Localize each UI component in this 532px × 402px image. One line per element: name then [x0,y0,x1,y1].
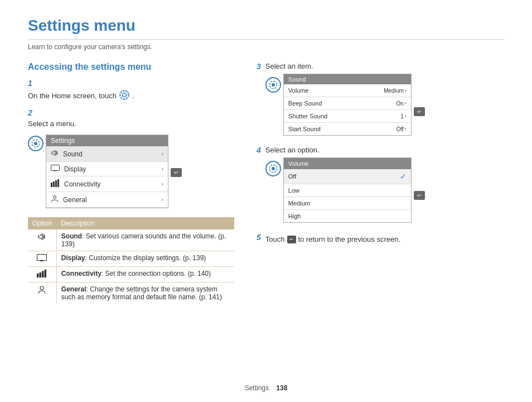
sound-settings-panel: Sound Volume Medium › Beep Sound On › Sh… [283,74,412,136]
volume-medium-item[interactable]: Medium [284,197,411,210]
svg-rect-10 [55,180,57,187]
connectivity-icon [51,179,60,189]
arrow-icon-3: › [162,181,163,187]
volume-medium-label: Medium [288,200,310,207]
display-icon [51,165,60,173]
svg-point-3 [34,142,37,145]
step5-text-before: Touch [265,235,285,243]
info-icon: i [399,160,407,168]
volume-low-label: Low [288,187,299,194]
volume-header-label: Volume [288,160,309,167]
settings-item-connectivity[interactable]: Connectivity › [46,176,168,192]
svg-rect-8 [51,183,52,187]
step1-text: On the Home screen, touch [28,92,117,100]
svg-rect-9 [53,181,55,187]
back-button-left[interactable]: ↩ [171,168,182,177]
settings-display-label: Display [64,165,86,173]
sound-start-item[interactable]: Start Sound Off › [284,123,411,135]
step4-container: 4 Select an option. Volume [257,146,504,223]
shutter-sound-label: Shutter Sound [288,113,327,119]
gear-icon [119,90,129,102]
svg-point-20 [40,286,43,290]
settings-connectivity-label: Connectivity [64,180,100,188]
connectivity-option-desc: Connectivity: Set the connection options… [56,267,234,283]
arrow-icon: › [162,151,163,157]
svg-point-23 [272,167,275,170]
step2-text: Select a menu. [28,119,234,128]
back-button-step4[interactable]: ↩ [414,191,425,200]
table-row: General: Change the settings for the cam… [28,283,234,304]
volume-low-item[interactable]: Low [284,184,411,197]
svg-rect-19 [45,270,47,277]
step3-text: Select an item. [265,62,504,70]
volume-panel-header: Volume i [284,158,411,169]
connectivity-option-icon [28,267,56,283]
svg-rect-18 [42,271,44,278]
svg-rect-14 [37,255,47,261]
sound-option-icon [28,229,56,251]
arrow-icon-2: › [162,166,163,172]
settings-item-general[interactable]: General › [46,192,168,208]
option-table: Option Description Sound: Set [28,217,234,304]
arrow-icon-4: › [162,197,163,203]
svg-marker-13 [38,234,42,240]
settings-sound-label: Sound [63,150,83,158]
general-option-desc: General: Change the settings for the cam… [56,283,234,304]
shutter-value: 1 › [400,113,407,119]
table-col-option: Option [28,217,56,229]
display-option-icon [28,251,56,267]
step5-number: 5 [257,233,261,242]
volume-value: Medium › [384,88,407,94]
table-row: Connectivity: Set the connection options… [28,267,234,283]
display-option-desc: Display: Customize the display settings.… [56,251,234,267]
sound-option-desc: Sound: Set various camera sounds and the… [56,229,234,251]
step1-number: 1 [28,79,234,88]
volume-high-item[interactable]: High [284,210,411,222]
svg-marker-5 [52,150,55,156]
page-subtitle: Learn to configure your camera's setting… [28,43,504,51]
settings-general-label: General [63,196,87,204]
sound-panel-header: Sound [284,74,411,84]
table-row: Display: Customize the display settings.… [28,251,234,267]
svg-point-1 [120,91,128,99]
svg-point-21 [272,83,275,87]
settings-item-display[interactable]: Display › [46,162,168,176]
settings-panel-header: Settings [46,135,168,146]
camera-icon-step4 [265,161,281,176]
start-value: Off › [396,126,407,132]
beep-sound-label: Beep Sound [288,100,322,107]
beep-value: On › [396,100,406,107]
general-option-icon [28,283,56,304]
svg-rect-17 [40,272,42,277]
step5-container: 5 Touch ↩ to return to the previous scre… [257,233,504,243]
footer-page: 138 [276,384,287,392]
volume-off-item[interactable]: Off ✓ [284,169,411,184]
svg-rect-11 [57,179,59,187]
sound-shutter-item[interactable]: Shutter Sound 1 › [284,110,411,123]
camera-icon-step3 [265,77,281,93]
back-button-step3[interactable]: ↩ [414,107,425,116]
step4-text: Select an option. [265,146,504,154]
svg-rect-7 [54,171,57,171]
settings-item-sound[interactable]: Sound › [46,146,168,162]
sound-beep-item[interactable]: Beep Sound On › [284,97,411,110]
step5-text-after: to return to the previous screen. [298,235,401,243]
step3-number: 3 [257,62,261,71]
svg-rect-15 [40,261,43,262]
check-icon: ✓ [400,172,407,181]
step4-number: 4 [257,146,261,155]
footer-label: Settings [245,384,269,392]
sound-volume-item[interactable]: Volume Medium › [284,84,411,97]
svg-rect-6 [51,165,60,171]
step2-number: 2 [28,108,234,117]
start-sound-label: Start Sound [288,126,321,132]
back-icon-inline: ↩ [287,236,296,243]
table-row: Sound: Set various camera sounds and the… [28,229,234,251]
svg-point-0 [122,93,126,97]
step1-period: . [132,92,134,100]
volume-off-label: Off [288,173,296,180]
volume-high-label: High [288,213,301,219]
table-col-description: Description [56,217,234,229]
step3-container: 3 Select an item. Sound [257,62,504,136]
section-heading-left: Accessing the settings menu [28,62,234,72]
